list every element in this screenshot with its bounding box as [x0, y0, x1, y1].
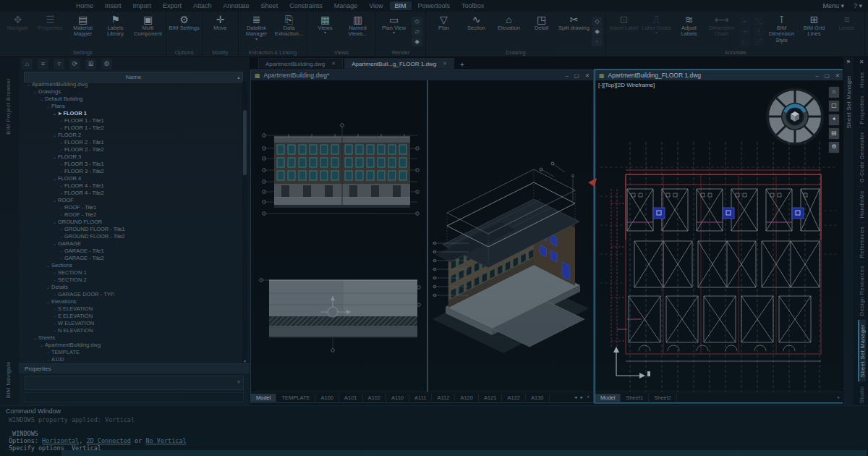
menu-view[interactable]: View [364, 1, 388, 10]
menu-right-menu[interactable]: Menu ▾ [822, 2, 844, 9]
left-window-tab-a110[interactable]: A110 [386, 394, 409, 402]
right-dock-tab-references[interactable]: References [859, 223, 865, 262]
ribbon-dim-linear-button[interactable]: ⌐ [739, 17, 750, 26]
tree-item-elevations[interactable]: ⌄Elevations [24, 298, 237, 305]
drawing-canvas-left[interactable] [251, 80, 593, 392]
minimize-button[interactable]: – [815, 72, 818, 79]
ribbon-insert-label-button[interactable]: ⊡Insert Label [608, 13, 640, 49]
menu-insert[interactable]: Insert [100, 1, 127, 10]
ribbon-datalink-manager-button[interactable]: ≣Datalink Manager▾ [240, 13, 273, 49]
ribbon-split-bottom-button[interactable]: ◦ [592, 37, 603, 46]
add-layout-icon[interactable]: + [587, 394, 590, 400]
ribbon-dim-dots-a-button[interactable]: ⋱ [753, 17, 764, 26]
tree-item-drawings[interactable]: ⌄Drawings [24, 88, 237, 96]
grid-icon[interactable]: ⊞ [85, 59, 96, 69]
menu-attach[interactable]: Attach [188, 1, 217, 10]
tree-item-apartmentbuilding-dwg[interactable]: ⌄ApartmentBuilding.dwg [24, 81, 237, 88]
left-window-tab-a121[interactable]: A121 [479, 394, 503, 402]
funnel-icon[interactable]: ▿ [237, 379, 240, 385]
ribbon-levels-button[interactable]: ≡Levels [830, 13, 863, 49]
drawing-canvas-right[interactable]: [-][Top][2D Wireframe] [595, 80, 843, 392]
tree-item-apartmentbuilding-dwg[interactable]: ⌄ApartmentBuilding.dwg [24, 342, 237, 349]
home-icon[interactable]: ⌂ [828, 86, 840, 98]
tree-item-floor-2[interactable]: ⌄FLOOR 2 [24, 132, 237, 139]
ribbon-adjust-labels-button[interactable]: ≋Adjust Labels [673, 13, 705, 49]
add-layout-icon[interactable]: + [837, 395, 840, 400]
tree-item-garage-door-typ[interactable]: -GARAGE DOOR - TYP. [24, 291, 237, 298]
menu-toolbox[interactable]: Toolbox [456, 1, 489, 10]
right-dock-tab-g-code-generator[interactable]: G-Code Generator [859, 128, 865, 187]
menu-home[interactable]: Home [71, 1, 98, 10]
right-window-tab-sheet1[interactable]: Sheet1 [621, 394, 649, 402]
ribbon-bim-settings-button[interactable]: ⚙BIM Settings [168, 13, 200, 49]
tree-item-ground-floor[interactable]: ⌄GROUND FLOOR [24, 219, 237, 226]
tree-item-n-elevation[interactable]: -N ELEVATION [24, 327, 237, 334]
tree-item-ground-floor-tile2[interactable]: -GROUND FLOOR - Tile2 [24, 233, 237, 240]
menu-manage[interactable]: Manage [329, 1, 363, 10]
ribbon-views-button[interactable]: ▦Views▾ [309, 13, 341, 49]
new-document-icon[interactable]: + [456, 61, 469, 69]
tree-item-floor-2-tile1[interactable]: -FLOOR 2 - Tile1 [24, 139, 237, 146]
properties-filter-row[interactable]: ▿ [25, 376, 244, 390]
document-tab-apartmentbuilding-dwg[interactable]: ApartmentBuilding.dwg✕ [258, 58, 343, 69]
tree-item-floor-1[interactable]: ⌄➤FLOOR 1 [24, 110, 237, 117]
ribbon-dim-corner-button[interactable]: ∟ [739, 37, 750, 46]
left-window-tab-a122[interactable]: A122 [502, 394, 526, 402]
document-tab-apartmentbuil-g-floor-1-dwg[interactable]: ApartmentBuil...g_FLOOR 1.dwg✕ [344, 58, 454, 69]
right-dock-tab-properties[interactable]: Properties [859, 92, 865, 128]
close-button[interactable]: ✕ [585, 72, 590, 79]
tree-item-e-elevation[interactable]: -E ELEVATION [24, 313, 237, 320]
ribbon-label-doors-button[interactable]: ⎍Label Doors▾ [640, 13, 673, 49]
ribbon-view-shaded-button[interactable]: ◆ [412, 37, 422, 46]
left-window-tab-a100[interactable]: A100 [315, 394, 339, 402]
tree-item-roof-tile2[interactable]: -ROOF - Tile2 [24, 211, 237, 219]
close-button[interactable]: ✕ [835, 72, 840, 79]
menu-right-[interactable]: ? ▾ [854, 2, 862, 9]
ribbon-section-button[interactable]: ∿Section [460, 13, 493, 49]
tree-item-floor-3[interactable]: ⌄FLOOR 3 [24, 153, 237, 161]
close-icon[interactable]: ✕ [331, 61, 336, 67]
properties-value-row[interactable] [25, 392, 244, 402]
tree-item-roof-tile1[interactable]: -ROOF - Tile1 [24, 204, 237, 211]
settings-icon[interactable]: ⚙ [101, 59, 112, 69]
right-dock-tab-handleme[interactable]: HandleMe [859, 187, 865, 222]
ribbon-navigate-button[interactable]: ✥Navigate [1, 13, 34, 49]
pin-icon[interactable]: ⚑ [846, 59, 851, 65]
menu-annotate[interactable]: Annotate [218, 1, 255, 10]
tree-item-sheets[interactable]: ⌄Sheets [24, 334, 237, 342]
menu-constraints[interactable]: Constraints [284, 1, 328, 10]
maximize-button[interactable]: ▢ [825, 72, 830, 79]
tree-item-garage[interactable]: ⌄GARAGE [24, 240, 237, 248]
tree-item-w-elevation[interactable]: -W ELEVATION [24, 320, 237, 327]
ribbon-bim-dimension-style-button[interactable]: ⊺BIM Dimension Style [765, 13, 798, 49]
menu-powertools[interactable]: Powertools [413, 1, 456, 10]
tree-scrollbar[interactable]: ▼ [242, 81, 247, 364]
ribbon-view-cube-button[interactable]: ▱ [412, 27, 422, 36]
ribbon-move-button[interactable]: ✛Move [204, 13, 237, 49]
tab-scroll-right-icon[interactable]: ▸ [580, 394, 583, 400]
tree-item-s-elevation[interactable]: -S ELEVATION [24, 305, 237, 313]
settings-icon[interactable]: ⚙ [828, 141, 840, 153]
right-dock-tab-design-resources[interactable]: Design Resources [859, 262, 865, 320]
tree-item-floor-4-tile2[interactable]: -FLOOR 4 - Tile2 [24, 190, 237, 197]
menu-export[interactable]: Export [158, 1, 187, 10]
ribbon-dim-dots-c-button[interactable]: ⋰ [753, 37, 764, 46]
tree-item-ground-floor-tile1[interactable]: -GROUND FLOOR - Tile1 [24, 226, 237, 233]
ribbon-view-iso-button[interactable]: ◇ [412, 17, 422, 26]
ribbon-plan-view-button[interactable]: ▭Plan View▾ [378, 13, 410, 49]
scrollbar-thumb[interactable] [243, 110, 247, 175]
minimize-button[interactable]: – [565, 72, 568, 79]
tree-item-section-2[interactable]: -SECTION 2 [24, 276, 237, 284]
tree-item-template[interactable]: -TEMPLATE [24, 349, 237, 356]
command-input[interactable] [61, 450, 867, 456]
scroll-up-icon[interactable]: ▲ [237, 75, 241, 80]
view-icon[interactable]: ▢ [828, 100, 840, 112]
ribbon-dim-angular-button[interactable]: ¬ [739, 27, 750, 36]
filter-icon[interactable]: ▿ [54, 59, 64, 69]
ribbon-multi-component-button[interactable]: ▣Multi Component [132, 13, 164, 49]
tree-item-garage-tile2[interactable]: -GARAGE - Tile2 [24, 255, 237, 262]
right-dock-tab-sheet-set-manager[interactable]: Sheet Set Manager [858, 320, 866, 381]
left-window-tab-a101[interactable]: A101 [339, 394, 363, 402]
viewport-split-divider[interactable] [427, 80, 428, 392]
right-window-tab-model[interactable]: Model [595, 394, 621, 402]
